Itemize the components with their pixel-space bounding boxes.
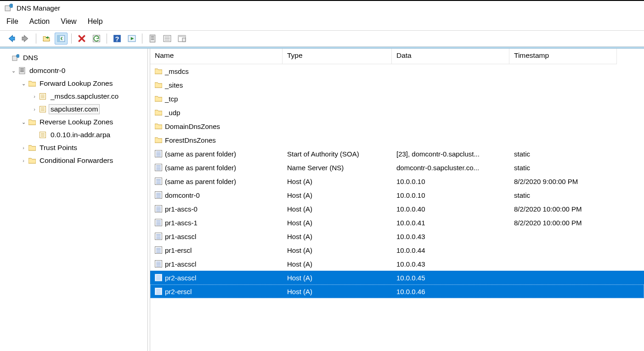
chevron-right-icon[interactable]: › <box>31 106 38 112</box>
console-tree-toggle-button[interactable] <box>55 33 68 45</box>
table-row[interactable]: ForestDnsZones <box>150 133 644 147</box>
preview-button[interactable] <box>125 33 138 45</box>
table-row[interactable]: domcontr-0Host (A)10.0.0.10static <box>150 188 644 202</box>
cell-type: Host (A) <box>287 246 312 254</box>
chevron-right-icon[interactable]: › <box>31 94 38 99</box>
tree-node-conditional-forwarders[interactable]: › Conditional Forwarders <box>2 154 147 167</box>
chevron-right-icon[interactable]: › <box>20 145 27 150</box>
folder-icon <box>155 81 162 89</box>
menubar: File Action View Help <box>0 14 644 30</box>
column-header-data[interactable]: Data <box>392 49 509 64</box>
refresh-button[interactable] <box>90 33 103 45</box>
records-grid[interactable]: Name Type Data Timestamp _msdcs_sites_tc… <box>150 49 644 351</box>
table-row[interactable]: _msdcs <box>150 64 644 78</box>
toolbar-separator <box>71 33 72 44</box>
table-row[interactable]: (same as parent folder)Start of Authorit… <box>150 147 644 161</box>
table-row[interactable]: pr1-ascs-0Host (A)10.0.0.408/2/2020 10:0… <box>150 202 644 216</box>
toolbar-separator <box>142 33 142 44</box>
table-row[interactable]: pr1-ascs-1Host (A)10.0.0.418/2/2020 10:0… <box>150 216 644 229</box>
cell-type: Host (A) <box>287 260 312 268</box>
delete-button[interactable] <box>75 33 88 45</box>
column-header-name[interactable]: Name <box>150 49 282 64</box>
record-icon <box>155 205 162 212</box>
record-icon <box>155 288 162 295</box>
back-button[interactable] <box>5 33 17 45</box>
cell-name: (same as parent folder) <box>165 178 236 185</box>
table-row[interactable]: pr1-ascsclHost (A)10.0.0.43 <box>150 257 644 271</box>
table-row[interactable]: DomainDnsZones <box>150 119 644 133</box>
record-icon <box>155 191 162 199</box>
chevron-right-icon[interactable]: › <box>20 158 27 163</box>
zone-icon <box>40 106 47 113</box>
table-row[interactable]: pr1-ascsclHost (A)10.0.0.43 <box>150 229 644 243</box>
cell-data: [23], domcontr-0.sapclust... <box>396 150 480 158</box>
tree-node-server[interactable]: ⌄ domcontr-0 <box>2 64 147 77</box>
menu-action[interactable]: Action <box>29 17 50 26</box>
folder-icon <box>155 95 162 102</box>
record-icon <box>155 150 162 157</box>
cell-name: pr1-ascs-0 <box>165 205 198 213</box>
up-button[interactable] <box>40 33 53 45</box>
table-row[interactable]: pr2-ascsclHost (A)10.0.0.45 <box>150 271 644 284</box>
chevron-down-icon[interactable]: ⌄ <box>20 81 27 87</box>
cell-data: 10.0.0.43 <box>396 260 425 268</box>
window-title: DNS Manager <box>17 4 60 12</box>
cell-name: DomainDnsZones <box>165 123 220 130</box>
tree-node-trust-points[interactable]: › Trust Points <box>2 141 147 154</box>
table-row[interactable]: (same as parent folder)Host (A)10.0.0.10… <box>150 174 644 188</box>
folder-icon <box>28 118 36 126</box>
record-icon <box>155 219 162 226</box>
table-row[interactable]: _udp <box>150 106 644 119</box>
filter-button[interactable] <box>175 33 188 45</box>
grid-header: Name Type Data Timestamp <box>150 49 644 64</box>
tree-label: _msdcs.sapcluster.co <box>49 91 120 101</box>
record-icon <box>155 274 162 281</box>
cell-type: Start of Authority (SOA) <box>287 150 359 158</box>
tree-node-zone-selected[interactable]: › sapcluster.com <box>2 103 147 116</box>
cell-data: 10.0.0.10 <box>396 191 425 199</box>
tree-label: sapcluster.com <box>49 104 100 114</box>
menu-help[interactable]: Help <box>88 17 103 26</box>
chevron-down-icon[interactable]: ⌄ <box>20 119 27 125</box>
column-header-timestamp[interactable]: Timestamp <box>509 49 617 64</box>
table-row[interactable]: (same as parent folder)Name Server (NS)d… <box>150 161 644 174</box>
record-icon <box>155 178 162 185</box>
server-icon <box>18 67 26 74</box>
cell-type: Host (A) <box>287 288 312 295</box>
table-row[interactable]: pr2-ersclHost (A)10.0.0.46 <box>150 284 644 298</box>
properties-button[interactable] <box>161 33 174 45</box>
tree-node-flz[interactable]: ⌄ Forward Lookup Zones <box>2 77 147 90</box>
tree-node-zone[interactable]: 0.0.10.in-addr.arpa <box>2 128 147 141</box>
table-row[interactable]: _tcp <box>150 92 644 106</box>
menu-file[interactable]: File <box>6 17 18 26</box>
cell-timestamp: 8/2/2020 9:00:00 PM <box>514 178 578 185</box>
cell-type: Host (A) <box>287 191 312 199</box>
toolbar-separator <box>107 33 107 44</box>
record-icon <box>155 246 162 254</box>
grid-body: _msdcs_sites_tcp_udpDomainDnsZonesForest… <box>150 64 644 298</box>
tree-node-zone[interactable]: › _msdcs.sapcluster.co <box>2 90 147 103</box>
cell-data: 10.0.0.41 <box>396 219 425 227</box>
cell-name: pr1-ascscl <box>165 233 196 240</box>
column-header-type[interactable]: Type <box>282 49 392 64</box>
help-button[interactable] <box>111 33 124 45</box>
forward-button[interactable] <box>19 33 32 45</box>
menu-view[interactable]: View <box>61 17 76 26</box>
toolbar <box>0 30 644 47</box>
new-server-button[interactable] <box>146 33 159 45</box>
tree-node-rlz[interactable]: ⌄ Reverse Lookup Zones <box>2 116 147 128</box>
chevron-down-icon[interactable]: ⌄ <box>10 68 17 74</box>
cell-name: _msdcs <box>165 67 189 75</box>
cell-type: Host (A) <box>287 205 312 213</box>
cell-name: domcontr-0 <box>165 191 200 199</box>
folder-icon <box>155 123 162 130</box>
folder-icon <box>155 136 162 144</box>
window: DNS Manager File Action View Help <box>0 0 644 351</box>
cell-name: pr1-ascscl <box>165 260 196 268</box>
table-row[interactable]: _sites <box>150 78 644 92</box>
folder-icon <box>155 109 162 116</box>
cell-type: Host (A) <box>287 274 312 282</box>
console-tree[interactable]: DNS ⌄ domcontr-0 <box>0 49 148 351</box>
tree-node-dns[interactable]: DNS <box>2 51 147 64</box>
table-row[interactable]: pr1-ersclHost (A)10.0.0.44 <box>150 243 644 257</box>
